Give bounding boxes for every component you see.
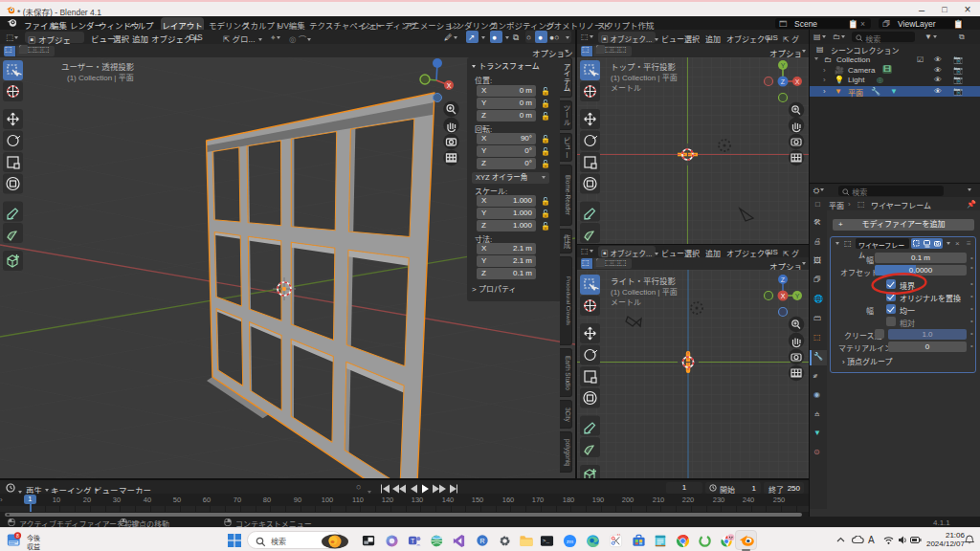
svg-text:X: X <box>795 78 800 85</box>
svg-text:Y: Y <box>781 62 786 69</box>
svg-text:8: 8 <box>16 533 19 539</box>
svg-text:zm: zm <box>567 539 573 544</box>
svg-text:Z: Z <box>781 78 786 85</box>
svg-text:T: T <box>411 538 414 544</box>
svg-text:Z: Z <box>781 276 786 283</box>
svg-text:Y: Y <box>795 293 800 299</box>
svg-text:R: R <box>479 538 484 544</box>
svg-text:>_: >_ <box>543 538 550 544</box>
svg-text:X: X <box>447 82 452 89</box>
svg-text:X: X <box>781 293 786 299</box>
